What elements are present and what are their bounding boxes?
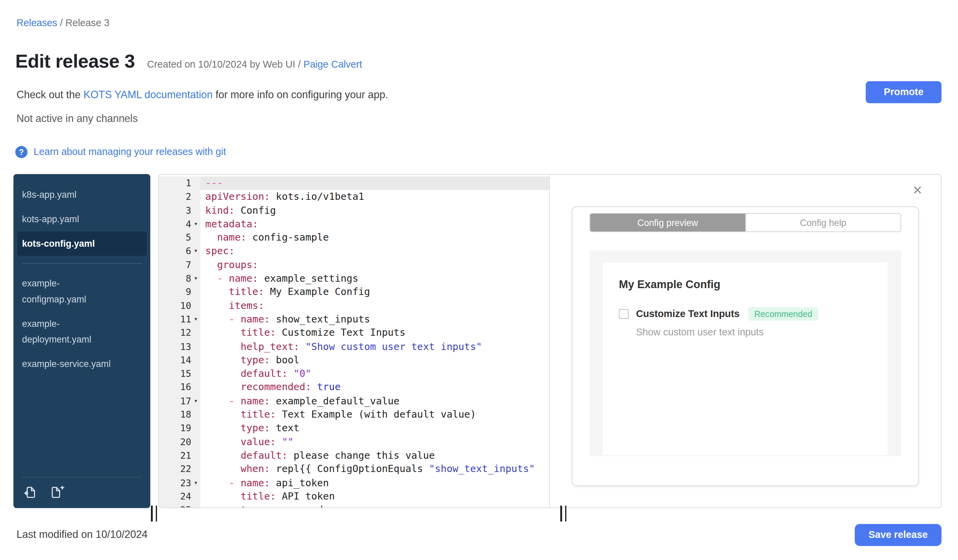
code-line-text[interactable]: - name: example_default_value (200, 394, 549, 408)
gutter-cell: 8▾ (159, 272, 200, 285)
code-line-text[interactable]: recommended: true (200, 381, 549, 394)
code-line-text[interactable]: title: Text Example (with default value) (200, 408, 549, 422)
editor-line-6[interactable]: 6▾spec: (159, 245, 549, 258)
editor-line-2[interactable]: 2apiVersion: kots.io/v1beta1 (159, 190, 549, 204)
customize-text-inputs-checkbox[interactable] (619, 309, 629, 319)
fold-arrow-icon[interactable]: ▾ (191, 272, 201, 285)
editor-line-16[interactable]: 16 recommended: true (159, 381, 549, 394)
code-line-text[interactable]: - name: api_token (200, 476, 549, 490)
editor-line-22[interactable]: 22 when: repl{{ ConfigOptionEquals "show… (159, 462, 549, 476)
editor-line-25[interactable]: 25 type: password (159, 503, 549, 507)
gutter-cell: 7 (159, 258, 200, 272)
editor-line-9[interactable]: 9 title: My Example Config (159, 285, 549, 299)
token-key: metadata: (205, 218, 259, 229)
editor-line-11[interactable]: 11▾ - name: show_text_inputs (159, 313, 549, 326)
code-line-text[interactable]: - name: example_settings (200, 272, 549, 285)
kots-yaml-doc-link[interactable]: KOTS YAML documentation (84, 89, 213, 101)
code-line-text[interactable]: type: password (200, 503, 549, 507)
editor-line-4[interactable]: 4▾metadata: (159, 217, 549, 231)
file-item-example-configmap.yaml[interactable]: example-configmap.yaml (14, 271, 151, 312)
file-item-label: example-service.yaml (22, 356, 114, 372)
new-file-icon[interactable] (49, 485, 65, 500)
code-line-text[interactable]: --- (200, 176, 549, 190)
token-key: groups: (217, 259, 258, 271)
code-line-text[interactable]: title: Customize Text Inputs (200, 326, 549, 340)
editor-line-3[interactable]: 3kind: Config (159, 204, 549, 217)
editor-line-8[interactable]: 8▾ - name: example_settings (159, 272, 549, 285)
fold-arrow-icon[interactable]: ▾ (191, 245, 201, 258)
fold-arrow-icon[interactable]: ▾ (191, 476, 201, 490)
editor-line-23[interactable]: 23▾ - name: api_token (159, 476, 549, 490)
gutter-cell: 14 (159, 353, 200, 367)
code-line-text[interactable]: title: My Example Config (200, 285, 549, 299)
gutter-cell: 22 (159, 462, 200, 476)
code-line-text[interactable]: groups: (200, 258, 549, 272)
token-pln (311, 381, 317, 393)
file-item-kots-app.yaml[interactable]: kots-app.yaml (14, 207, 151, 231)
fold-arrow-icon[interactable]: ▾ (191, 394, 201, 408)
code-line-text[interactable]: when: repl{{ ConfigOptionEquals "show_te… (200, 462, 549, 476)
code-line-text[interactable]: name: config-sample (200, 231, 549, 245)
promote-button[interactable]: Promote (866, 81, 942, 103)
line-number: 18 (159, 408, 191, 422)
token-pln (205, 272, 217, 284)
fold-arrow-icon[interactable]: ▾ (191, 217, 201, 231)
code-line-text[interactable]: value: "" (200, 435, 549, 449)
sidebar-resize-handle[interactable] (151, 506, 157, 522)
editor-preview-panel: 1---2apiVersion: kots.io/v1beta13kind: C… (158, 174, 941, 508)
code-line-text[interactable]: default: please change this value (200, 449, 549, 462)
code-line-text[interactable]: help_text: "Show custom user text inputs… (200, 340, 549, 353)
editor-line-15[interactable]: 15 default: "0" (159, 367, 549, 381)
upload-file-icon[interactable] (23, 485, 38, 500)
token-pln (205, 477, 229, 488)
token-pln (205, 327, 241, 339)
code-line-text[interactable]: type: text (200, 422, 549, 435)
close-icon[interactable]: ✕ (909, 183, 926, 197)
editor-line-18[interactable]: 18 title: Text Example (with default val… (159, 408, 549, 422)
code-line-text[interactable]: spec: (200, 245, 549, 258)
tab-config-preview[interactable]: Config preview (590, 214, 745, 231)
code-line-text[interactable]: metadata: (200, 217, 549, 231)
editor-line-13[interactable]: 13 help_text: "Show custom user text inp… (159, 340, 549, 353)
code-line-text[interactable]: items: (200, 299, 549, 313)
breadcrumb-releases-link[interactable]: Releases (17, 18, 57, 28)
token-pln: show_text_inputs (270, 313, 370, 325)
code-line-text[interactable]: - name: show_text_inputs (200, 313, 549, 326)
file-item-k8s-app.yaml[interactable]: k8s-app.yaml (14, 182, 151, 207)
fold-arrow-icon[interactable]: ▾ (191, 313, 201, 326)
file-item-example-deployment.yaml[interactable]: example-deployment.yaml (14, 312, 151, 352)
editor-line-10[interactable]: 10 items: (159, 299, 549, 313)
resize-bar (151, 506, 152, 522)
code-line-text[interactable]: apiVersion: kots.io/v1beta1 (200, 190, 549, 204)
token-pln: Customize Text Inputs (276, 327, 406, 339)
editor-line-12[interactable]: 12 title: Customize Text Inputs (159, 326, 549, 340)
editor-resize-handle[interactable] (560, 506, 566, 522)
token-pln (276, 436, 282, 448)
line-number: 11 (159, 313, 191, 326)
editor-line-17[interactable]: 17▾ - name: example_default_value (159, 394, 549, 408)
save-release-button[interactable]: Save release (855, 524, 941, 546)
author-link[interactable]: Paige Calvert (303, 59, 362, 70)
code-line-text[interactable]: default: "0" (200, 367, 549, 381)
question-mark-icon[interactable]: ? (15, 146, 27, 158)
editor-line-14[interactable]: 14 type: bool (159, 353, 549, 367)
editor-line-1[interactable]: 1--- (159, 176, 549, 190)
editor-line-5[interactable]: 5 name: config-sample (159, 231, 549, 245)
file-item-kots-config.yaml[interactable]: kots-config.yaml (17, 231, 146, 256)
line-number: 7 (159, 258, 191, 272)
code-line-text[interactable]: kind: Config (200, 204, 549, 217)
file-item-example-service.yaml[interactable]: example-service.yaml (14, 352, 151, 376)
editor-line-19[interactable]: 19 type: text (159, 422, 549, 435)
editor-line-20[interactable]: 20 value: "" (159, 435, 549, 449)
file-list-divider (22, 263, 142, 264)
git-releases-help-link[interactable]: Learn about managing your releases with … (34, 146, 226, 157)
editor-line-7[interactable]: 7 groups: (159, 258, 549, 272)
editor-line-21[interactable]: 21 default: please change this value (159, 449, 549, 462)
code-line-text[interactable]: title: API token (200, 490, 549, 503)
line-number: 3 (159, 204, 191, 217)
code-editor[interactable]: 1---2apiVersion: kots.io/v1beta13kind: C… (159, 175, 550, 507)
tab-config-help[interactable]: Config help (745, 214, 901, 231)
editor-line-24[interactable]: 24 title: API token (159, 490, 549, 503)
code-line-text[interactable]: type: bool (200, 353, 549, 367)
token-pln: bool (270, 354, 300, 365)
